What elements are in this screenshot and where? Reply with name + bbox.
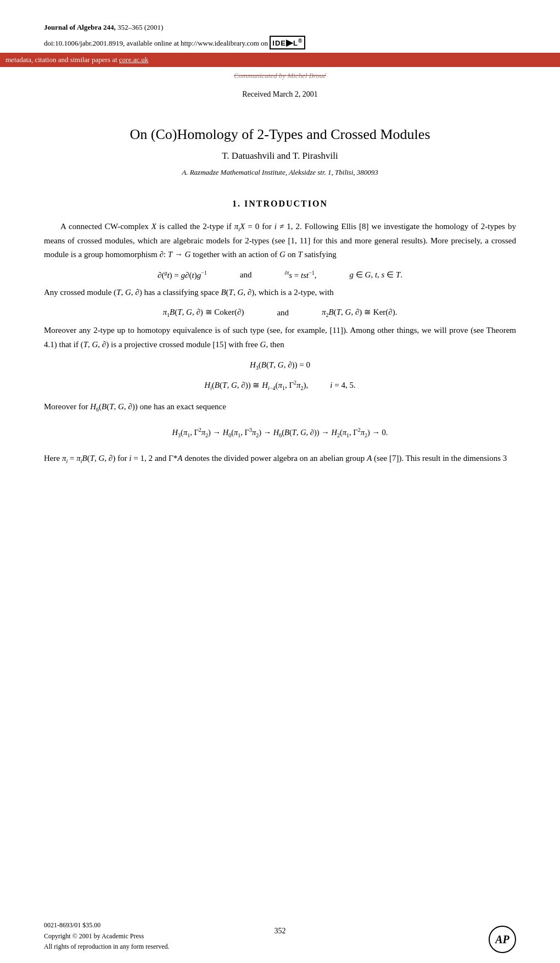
communicated-text: Communicated by Michel Broué — [234, 71, 326, 80]
formula2-and: and — [277, 308, 289, 318]
received-line: Received March 2, 2001 — [44, 90, 516, 99]
formula2-right: π2B(T, G, ∂) ≅ Ker(∂). — [322, 307, 397, 318]
formula3b-right: i = 4, 5. — [330, 381, 355, 390]
intro-paragraph2: Any crossed module (T, G, ∂) has a class… — [44, 286, 516, 300]
long-exact-sequence: H3(π1, Γ2π2) → H0(π1, Γ3π2) → H6(B(T, G,… — [44, 425, 516, 441]
page-number: 352 — [275, 927, 286, 935]
journal-doi: doi:10.1006/jabr.2001.8919, available on… — [44, 36, 516, 49]
ap-logo-text: AP — [495, 933, 509, 946]
authors: T. Datuashvili and T. Pirashvili — [44, 151, 516, 162]
received-text: Received March 2, 2001 — [242, 90, 318, 98]
formula3b-left: Hi(B(T, G, ∂)) ≅ Hi−4(π1, Γ2π2), — [204, 380, 308, 391]
formula3a: H3(B(T, G, ∂)) = 0 — [44, 360, 516, 371]
communicated-line: Communicated by Michel Broué — [44, 71, 516, 80]
ap-logo: AP — [489, 926, 516, 953]
core-link[interactable]: core.ac.uk — [119, 55, 148, 64]
banner-text: metadata, citation and similar papers at — [5, 55, 117, 64]
journal-name: Journal of Algebra — [44, 23, 102, 31]
formula2-left: π1B(T, G, ∂) ≅ Coker(∂) — [163, 307, 244, 318]
page: Journal of Algebra 244, 352–365 (2001) d… — [0, 0, 560, 963]
main-title: On (Co)Homology of 2-Types and Crossed M… — [44, 126, 516, 143]
copyright-line2: Copyright © 2001 by Academic Press — [44, 931, 170, 942]
formula2: π1B(T, G, ∂) ≅ Coker(∂) and π2B(T, G, ∂)… — [44, 307, 516, 318]
formula1-and: and — [240, 270, 252, 280]
core-banner: metadata, citation and similar papers at… — [0, 53, 560, 67]
intro-paragraph4: Moreover for H6(B(T, G, ∂)) one has an e… — [44, 400, 516, 414]
formula3b: Hi(B(T, G, ∂)) ≅ Hi−4(π1, Γ2π2), i = 4, … — [44, 380, 516, 391]
intro-paragraph5: Here πi = πiB(T, G, ∂) for i = 1, 2 and … — [44, 452, 516, 466]
affiliation: A. Razmadze Mathematical Institute, Alek… — [44, 168, 516, 177]
doi-text: doi:10.1006/jabr.2001.8919, available on… — [44, 39, 268, 47]
journal-header: Journal of Algebra 244, 352–365 (2001) — [44, 22, 516, 34]
copyright-section: 0021-8693/01 $35.00 Copyright © 2001 by … — [44, 920, 170, 952]
copyright-line1: 0021-8693/01 $35.00 — [44, 920, 170, 931]
journal-volume: 244, — [103, 23, 116, 31]
logo-sup: ® — [298, 37, 303, 43]
formula1-left: ∂(gt) = g∂(t)g−1 — [158, 270, 207, 280]
formula1-condition: g ∈ G, t, s ∈ T. — [350, 270, 402, 280]
copyright-line3: All rights of reproduction in any form r… — [44, 942, 170, 952]
intro-paragraph1: A connected CW-complex X is called the 2… — [44, 220, 516, 262]
ideal-logo: IDE▶L® — [270, 36, 305, 49]
formula1: ∂(gt) = g∂(t)g−1 and ∂ts = tst−1, g ∈ G,… — [44, 270, 516, 280]
title-section: On (Co)Homology of 2-Types and Crossed M… — [44, 126, 516, 177]
journal-pages: 352–365 (2001) — [117, 23, 163, 31]
section1-heading: 1. INTRODUCTION — [44, 199, 516, 209]
intro-paragraph3: Moreover any 2-type up to homotopy equiv… — [44, 324, 516, 352]
formula1-right: ∂ts = tst−1, — [284, 270, 316, 280]
